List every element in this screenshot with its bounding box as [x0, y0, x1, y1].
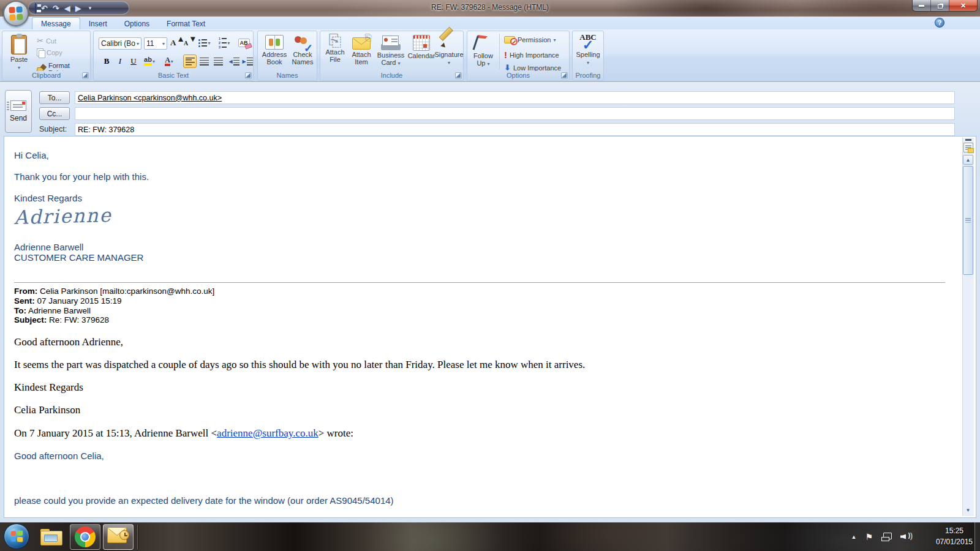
- bold-button[interactable]: B: [100, 54, 113, 68]
- message-body-editor[interactable]: Hi Celia, Thank you for your help with t…: [4, 136, 976, 518]
- paste-button[interactable]: Paste▾: [6, 32, 32, 72]
- restore-button[interactable]: [931, 0, 949, 12]
- signature-icon: [441, 34, 457, 50]
- volume-icon[interactable]: ): [900, 533, 913, 541]
- check-names-button[interactable]: ✓ CheckNames: [290, 32, 315, 66]
- window-controls: ✕: [912, 0, 978, 12]
- signature-button[interactable]: Signature▾: [434, 31, 464, 67]
- calendar-icon: [413, 35, 430, 51]
- send-button[interactable]: Send: [5, 90, 32, 133]
- font-color-button[interactable]: A▾: [162, 54, 176, 68]
- calendar-button[interactable]: Calendar: [407, 31, 435, 59]
- underline-button[interactable]: U: [127, 54, 140, 68]
- align-left-button[interactable]: [183, 54, 197, 68]
- show-desktop-button[interactable]: [974, 522, 980, 551]
- spelling-button[interactable]: ABC ✓ Spelling▾: [574, 31, 602, 67]
- decrease-indent-icon: ◀: [228, 58, 239, 66]
- minimize-button[interactable]: [913, 0, 931, 12]
- bullets-icon: [198, 39, 207, 47]
- action-center-flag-icon[interactable]: ⚑: [865, 532, 873, 542]
- to-button[interactable]: To...: [39, 91, 70, 104]
- high-importance-icon: !: [504, 50, 507, 60]
- scrollbar[interactable]: ▲ ▼: [962, 138, 974, 516]
- permission-button[interactable]: Permission▾: [504, 36, 556, 43]
- scroll-up-icon[interactable]: ▲: [963, 155, 973, 165]
- cc-button[interactable]: Cc...: [39, 107, 70, 120]
- email-link[interactable]: adrienne@surfbay.co.uk: [217, 427, 318, 439]
- quoted-sent: Sent: 07 January 2015 15:19: [14, 296, 122, 305]
- decrease-indent-button[interactable]: ◀: [227, 54, 241, 68]
- previous-item-icon: ◀: [64, 4, 70, 12]
- font-size-select[interactable]: 11▾: [144, 37, 167, 50]
- shrink-font-button[interactable]: A▼: [183, 36, 197, 50]
- signature-title: CUSTOMER CARE MANAGER: [14, 252, 143, 263]
- include-dialog-launcher-icon[interactable]: [455, 72, 462, 79]
- help-icon[interactable]: ?: [935, 18, 944, 28]
- high-importance-button[interactable]: ! High Importance: [504, 50, 559, 60]
- split-handle[interactable]: [965, 139, 971, 141]
- taskbar-chrome-button[interactable]: [70, 524, 100, 550]
- group-clipboard: Paste▾ ✂ Cut Copy Format Painter Clipboa…: [2, 31, 91, 81]
- window-title: RE: FW: 379628 - Message (HTML): [431, 3, 549, 12]
- office-button[interactable]: [3, 1, 29, 26]
- address-book-icon: [265, 35, 284, 50]
- increase-indent-button[interactable]: ▶: [241, 54, 254, 68]
- reply-name: Celia Parkinson: [14, 404, 80, 416]
- network-icon[interactable]: [881, 533, 892, 541]
- taskbar-clock[interactable]: 15:25 07/01/2015: [936, 525, 973, 547]
- clear-formatting-icon: AB: [238, 39, 250, 47]
- save-icon[interactable]: [35, 4, 36, 12]
- tab-format-text[interactable]: Format Text: [158, 18, 214, 29]
- align-center-icon: [200, 58, 209, 66]
- undo-icon[interactable]: ↶: [41, 4, 48, 12]
- hidden-icons-arrow-icon[interactable]: ▲: [851, 534, 857, 540]
- clipboard-dialog-launcher-icon[interactable]: [82, 72, 89, 79]
- on-wrote-line: On 7 January 2015 at 15:13, Adrienne Bar…: [14, 427, 353, 440]
- check-names-icon: ✓: [293, 35, 312, 50]
- scroll-down-icon[interactable]: ▼: [963, 505, 973, 515]
- font-color-icon: A: [165, 57, 170, 66]
- tab-options[interactable]: Options: [116, 18, 158, 29]
- attach-item-button[interactable]: ⎘ AttachItem: [349, 31, 374, 66]
- title-bar: ↶ ↷ ◀ ▶ ▾ RE: FW: 379628 - Message (HTML…: [0, 0, 980, 17]
- tab-message[interactable]: Message: [32, 17, 80, 29]
- start-button[interactable]: [4, 523, 29, 549]
- close-button[interactable]: ✕: [949, 0, 977, 12]
- signature-name: Adrienne Barwell: [14, 242, 83, 252]
- redo-icon[interactable]: ↷: [53, 4, 59, 12]
- body-frame: Hi Celia, Thank you for your help with t…: [0, 136, 980, 522]
- follow-up-icon: [477, 34, 490, 51]
- paste-icon: [11, 35, 27, 54]
- numbering-button[interactable]: 123▾: [217, 36, 231, 50]
- taskbar: ▲ ⚑ ) 15:25 07/01/2015: [0, 522, 980, 551]
- customize-qat-icon[interactable]: ▾: [89, 5, 92, 11]
- scrollbar-thumb[interactable]: [963, 166, 973, 275]
- body-greeting: Hi Celia,: [14, 150, 49, 160]
- to-field[interactable]: Celia Parkinson <cparkinson@whh.co.uk>: [75, 91, 955, 104]
- message-options-icon[interactable]: [963, 143, 973, 152]
- highlight-button[interactable]: ab▾: [143, 54, 156, 68]
- attach-file-button[interactable]: ⎘ AttachFile: [322, 31, 349, 63]
- subject-label: Subject:: [39, 125, 67, 133]
- clear-formatting-button[interactable]: AB: [237, 36, 251, 50]
- taskbar-outlook-button[interactable]: [103, 524, 134, 550]
- align-center-button[interactable]: [197, 54, 211, 68]
- bullets-button[interactable]: ▾: [198, 36, 211, 50]
- increase-indent-icon: ▶: [242, 58, 252, 66]
- align-right-button[interactable]: [211, 54, 225, 68]
- orig-request: please could you provide an expected del…: [14, 495, 394, 506]
- italic-button[interactable]: I: [113, 54, 127, 68]
- business-card-button[interactable]: BusinessCard ▾: [374, 31, 407, 67]
- chrome-icon: [75, 527, 96, 547]
- basic-text-dialog-launcher-icon[interactable]: [245, 72, 252, 79]
- font-name-select[interactable]: Calibri (Bo▾: [99, 37, 141, 50]
- tab-insert[interactable]: Insert: [80, 18, 116, 29]
- subject-field[interactable]: RE: FW: 379628: [75, 123, 955, 136]
- copy-icon: [37, 48, 44, 57]
- taskbar-explorer-button[interactable]: [36, 524, 66, 550]
- follow-up-button[interactable]: FollowUp ▾: [470, 31, 497, 68]
- copy-button: Copy: [37, 48, 62, 57]
- options-dialog-launcher-icon[interactable]: [561, 72, 568, 79]
- address-book-button[interactable]: AddressBook: [260, 32, 288, 66]
- cc-field[interactable]: [75, 107, 955, 120]
